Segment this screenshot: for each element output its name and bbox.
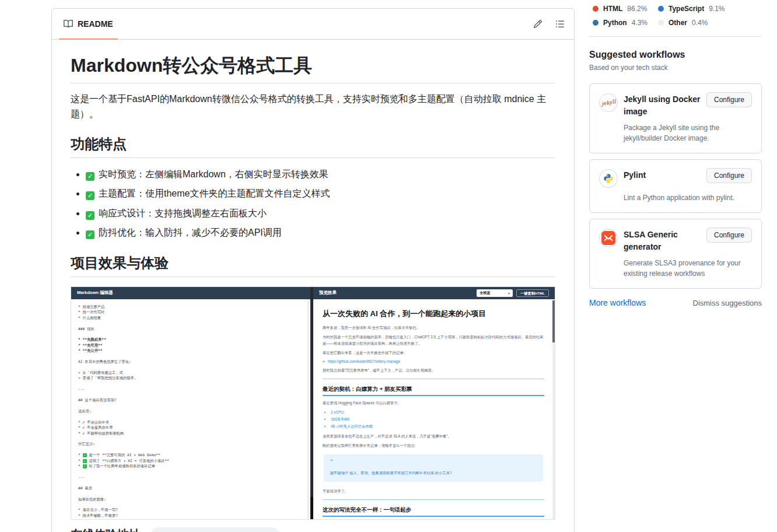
pencil-icon <box>533 19 542 29</box>
editor-line <box>78 331 303 337</box>
editor-line: AI 在其中的角色也发生了变化: <box>78 359 303 364</box>
editor-line: * 什么都想要 <box>78 315 303 320</box>
readme-tab-label: README <box>78 19 113 29</box>
language-item[interactable]: TypeScript9.1% <box>658 5 762 13</box>
feature-text: 主题配置：使用theme文件夹的主题配置文件自定义样式 <box>99 188 330 198</box>
features-heading: 功能特点 <box>71 135 555 158</box>
demo-preview-header: 预览效果 全栈蓝 ▾ 一键复制HTML <box>313 287 555 299</box>
language-percent: 86.2% <box>627 5 647 13</box>
language-percent: 9.1% <box>709 5 724 13</box>
demo-editor-panel: Markdown 编辑器 * 想做完整产品* 想一次性写对* 什么都想要### … <box>71 287 310 519</box>
badge-pill <box>151 527 279 532</box>
theme-select[interactable]: 全栈蓝 ▾ <box>477 289 513 297</box>
edit-readme-button[interactable] <box>533 19 542 29</box>
preview-paragraph: 两年多前，我第一次尝试和 AI 合作写项目，结果非常惨烈。 <box>323 324 544 331</box>
demo-screenshot: Markdown 编辑器 * 想做完整产品* 想一次性写对* 什么都想要### … <box>71 286 555 520</box>
preview-paragraph: 刚好朋友让我帮忙查彩票中奖记录，便顺手冒出一个想法: <box>323 442 544 449</box>
sidebar: HTML86.2%TypeScript9.1%Python4.3%Other0.… <box>589 0 762 307</box>
editor-line <box>78 354 303 359</box>
readme-bottom-section: 在线体验地址 <box>71 527 279 532</box>
language-name: Python <box>603 19 627 27</box>
demo-preview-scroll-thumb[interactable] <box>552 300 555 342</box>
book-icon <box>64 19 73 29</box>
workflow-title[interactable]: Pylint <box>624 169 646 181</box>
demo-preview-title: 预览效果 <box>319 290 337 296</box>
editor-line: * 想一次性写对 <box>78 309 303 314</box>
readme-card-header: README <box>52 9 574 40</box>
editor-line: ### 现在 <box>78 326 303 331</box>
editor-line <box>78 436 303 441</box>
check-mark-icon: ✓ <box>83 459 87 463</box>
language-item[interactable]: Python4.3% <box>593 19 658 27</box>
suggested-workflows-heading: Suggested workflows <box>589 50 762 60</box>
language-item[interactable]: HTML86.2% <box>593 5 658 13</box>
editor-line: * ✗ 不会提高命中率 <box>78 425 303 430</box>
editor-line: --- <box>78 474 303 480</box>
features-list: ✓实时预览：左侧编辑Markdown，右侧实时显示转换效果✓主题配置：使用the… <box>71 166 555 240</box>
editor-line <box>78 502 303 507</box>
preview-paragraph: 虽然资源很基本也不适合上生产，对不追求 SLA 的人来说，几乎是“免费午餐”。 <box>323 433 544 439</box>
demo-preview-panel: 预览效果 全栈蓝 ▾ 一键复制HTML 从一次失败的 AI 合作，到一个能跑起来… <box>313 287 555 519</box>
dismiss-suggestions-link[interactable]: Dismiss suggestions <box>693 299 762 307</box>
demo-preview-content: 从一次失败的 AI 合作，到一个能跑起来的小项目两年多前，我第一次尝试和 AI … <box>313 299 555 519</box>
demo-editor-content: * 想做完整产品* 想一次性写对* 什么都想要### 现在* **先跑起来***… <box>71 299 310 519</box>
preview-section-heading: 这次的写法完全不一样：一句话起步 <box>323 506 544 517</box>
slsa-logo <box>601 231 615 245</box>
workflow-card-jekyll: jekyll Jekyll using Docker image Configu… <box>589 83 762 153</box>
workflow-title[interactable]: Jekyll using Docker image <box>624 93 704 118</box>
readme-card: README Markdown转公众号格式工具 这是一个基于FastAPI的Ma… <box>51 8 575 532</box>
configure-button[interactable]: Configure <box>706 228 752 243</box>
feature-item: ✓防抖优化：输入防抖，减少不必要的API调用 <box>86 225 555 240</box>
more-workflows-link[interactable]: More workflows <box>589 298 646 307</box>
workflow-title[interactable]: SLSA Generic generator <box>624 229 704 253</box>
preview-link-item[interactable]: 16GB RAM <box>331 416 544 423</box>
feature-text: 防抖优化：输入防抖，减少不必要的API调用 <box>99 228 282 237</box>
python-icon <box>599 169 618 188</box>
editor-line: * 技术不够酷，不敢发? <box>78 513 303 518</box>
demo-editor-title: Markdown 编辑器 <box>77 290 113 296</box>
tab-active-underline <box>59 38 118 40</box>
demo-editor-header: Markdown 编辑器 <box>71 287 310 299</box>
configure-button[interactable]: Configure <box>706 168 752 183</box>
workflow-card-pylint: Pylint Configure Lint a Python applicati… <box>589 159 762 213</box>
preview-paragraph: 于是就动手了。 <box>323 488 544 494</box>
language-name: HTML <box>603 5 622 13</box>
editor-line <box>78 381 303 386</box>
language-dot-icon <box>658 6 664 12</box>
sidebar-divider <box>589 36 762 37</box>
chevron-down-icon: ▾ <box>508 291 510 295</box>
feature-item: ✓响应式设计：支持拖拽调整左右面板大小 <box>86 205 555 221</box>
preview-section-heading: 最近的契机：白嫖算力 + 朋友买彩票 <box>323 386 544 396</box>
readme-title: Markdown转公众号格式工具 <box>71 54 555 83</box>
preview-link-item[interactable]: 2 vCPU <box>331 409 544 416</box>
tab-readme[interactable]: README <box>57 9 120 39</box>
language-name: TypeScript <box>668 5 704 13</box>
language-item[interactable]: Other0.4% <box>658 19 762 27</box>
editor-line: ## 这个项目有没有用? <box>78 397 303 402</box>
slsa-icon <box>599 229 618 247</box>
workflow-description: Lint a Python application with pylint. <box>624 192 752 203</box>
editor-line: * 想做完整产品 <box>78 304 303 309</box>
check-emoji-icon: ✓ <box>86 211 94 220</box>
preview-paragraph: 当时的我是一个完全不懂前端的新手，后端也只是入门，ChatGPT 3.5 上下文… <box>323 334 544 346</box>
language-dot-icon <box>593 20 598 26</box>
preview-repo-link[interactable]: ☛https://github.com/kealn9527/lottery-ma… <box>323 359 544 363</box>
copy-html-button[interactable]: 一键复制HTML <box>516 289 549 297</box>
demo-preview-controls: 全栈蓝 ▾ 一键复制HTML <box>477 289 549 297</box>
demo-preview-scrollbar[interactable] <box>552 299 555 519</box>
demo-editor-scrollbar[interactable] <box>307 299 309 519</box>
quote-text: 能不能做个 输入、查询、批量调用彩票开奖接口并判断中奖结果 的小工具? <box>330 471 452 475</box>
editor-line: * ✗ 不能帮你战胜彩票机构 <box>78 430 303 436</box>
workflow-description: Generate SLSA3 provenance for your exist… <box>624 258 752 279</box>
configure-button[interactable]: Configure <box>706 92 752 107</box>
check-emoji-icon: ✓ <box>86 230 94 239</box>
editor-line: * 项目太小，不值一写? <box>78 507 303 512</box>
editor-line: * **先可用** <box>78 342 303 348</box>
readme-header-actions <box>533 19 565 29</box>
editor-line: --- <box>78 386 303 391</box>
jekyll-logo-text: jekyll <box>601 99 616 107</box>
outline-toc-button[interactable] <box>555 19 565 29</box>
editor-line <box>78 469 303 474</box>
language-name: Other <box>668 19 687 27</box>
preview-link-item[interactable]: 48 小时无人访问才会休眠 <box>331 423 544 430</box>
